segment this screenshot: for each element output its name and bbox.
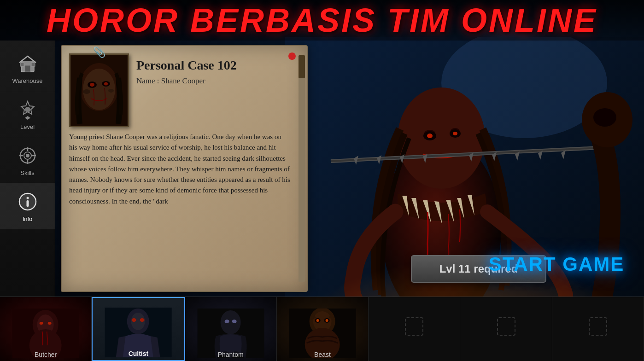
empty-slot-icon-1	[405, 317, 423, 336]
char-slot-cultist[interactable]: Cultist	[92, 297, 185, 361]
character-photo	[69, 53, 129, 127]
warehouse-label: Warehouse	[12, 77, 43, 84]
svg-point-79	[316, 319, 319, 322]
char-slot-empty-2[interactable]	[460, 297, 552, 361]
beast-name: Beast	[277, 351, 368, 359]
title-text: HOROR BERBASIS TIM ONLINE	[47, 2, 597, 39]
svg-rect-35	[20, 63, 24, 66]
case-number: Personal Case 102	[136, 58, 299, 73]
level-label: Level	[20, 123, 35, 130]
cultist-name: Cultist	[93, 350, 184, 358]
empty-portrait-2	[460, 309, 551, 358]
char-slot-phantom[interactable]: Phantom	[185, 297, 277, 361]
start-game-button[interactable]: START GAME	[469, 232, 644, 297]
sidebar: Warehouse Level Skills	[0, 41, 55, 297]
empty-portrait-1	[369, 309, 460, 358]
svg-rect-36	[31, 63, 35, 66]
svg-point-71	[232, 320, 236, 323]
skills-icon	[16, 144, 40, 168]
photo-face	[70, 55, 128, 126]
svg-point-60	[40, 322, 43, 325]
empty-slot-icon-3	[589, 317, 607, 336]
svg-point-53	[90, 83, 94, 87]
char-slot-beast[interactable]: Beast	[277, 297, 369, 361]
start-game-label: START GAME	[489, 253, 625, 275]
svg-point-54	[104, 82, 108, 86]
case-header: Personal Case 102 Name : Shane Cooper	[62, 46, 307, 132]
sidebar-item-warehouse[interactable]: Warehouse	[0, 45, 55, 91]
svg-rect-34	[25, 65, 30, 72]
svg-point-56	[108, 89, 114, 93]
case-card: Personal Case 102 Name : Shane Cooper Yo…	[61, 45, 308, 292]
svg-point-66	[132, 318, 136, 322]
svg-point-55	[83, 89, 90, 94]
char-slot-butcher[interactable]: Butcher	[0, 297, 92, 361]
content-panel: Personal Case 102 Name : Shane Cooper Yo…	[55, 41, 313, 297]
case-info: Personal Case 102 Name : Shane Cooper	[136, 53, 299, 86]
skills-label: Skills	[20, 169, 34, 176]
level-icon	[16, 98, 40, 122]
case-body-text: Young priest Shane Cooper was a religiou…	[62, 132, 307, 214]
warehouse-icon	[16, 52, 40, 76]
info-icon	[16, 190, 40, 214]
character-bar: Butcher Cultist	[0, 297, 644, 361]
svg-point-80	[325, 319, 328, 322]
case-name-field: Name : Shane Cooper	[136, 76, 299, 86]
svg-point-61	[48, 322, 52, 325]
svg-point-67	[140, 318, 145, 322]
empty-portrait-3	[552, 309, 644, 358]
info-label: Info	[23, 215, 33, 222]
svg-point-46	[26, 197, 29, 199]
phantom-name: Phantom	[185, 351, 276, 359]
svg-point-37	[25, 107, 30, 112]
svg-point-69	[220, 310, 240, 334]
butcher-name: Butcher	[0, 351, 91, 359]
char-slot-empty-1[interactable]	[369, 297, 460, 361]
char-slot-empty-3[interactable]	[552, 297, 644, 361]
svg-point-70	[224, 320, 229, 323]
main-title: HOROR BERBASIS TIM ONLINE	[47, 1, 597, 39]
empty-slot-icon-2	[497, 317, 515, 336]
sidebar-item-info[interactable]: Info	[0, 183, 55, 229]
svg-rect-47	[26, 200, 29, 207]
sidebar-item-level[interactable]: Level	[0, 91, 55, 137]
sidebar-item-skills[interactable]: Skills	[0, 137, 55, 183]
title-bar: HOROR BERBASIS TIM ONLINE	[0, 0, 644, 41]
svg-point-44	[26, 154, 29, 157]
